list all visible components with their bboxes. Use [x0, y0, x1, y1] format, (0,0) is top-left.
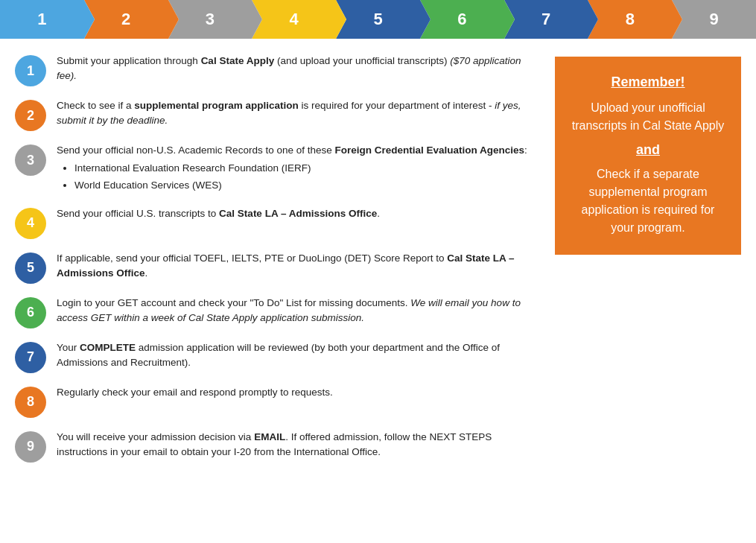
sidebar-reminder-box: Remember! Upload your unofficial transcr… [555, 57, 741, 255]
step-text-3: Send your official non-U.S. Academic Rec… [57, 143, 540, 194]
banner-step-5: 5 [336, 0, 420, 39]
step-item-9: 9 You will receive your admission decisi… [15, 430, 540, 463]
banner-step-3: 3 [168, 0, 252, 39]
step-circle-4: 4 [15, 208, 46, 239]
step-circle-6: 6 [15, 297, 46, 328]
steps-list: 1 Submit your application through Cal St… [15, 54, 540, 463]
step-text-2: Check to see if a supplemental program a… [57, 98, 540, 129]
step-3-bullets: International Evaluation Research Founda… [74, 161, 540, 193]
sidebar-title: Remember! [611, 74, 684, 90]
banner-step-2: 2 [84, 0, 168, 39]
banner-step-8: 8 [588, 0, 672, 39]
banner-step-6: 6 [420, 0, 504, 39]
step-circle-1: 1 [15, 55, 46, 86]
banner-step-4: 4 [252, 0, 336, 39]
sidebar-body2: Check if a separate supplemental program… [582, 165, 715, 237]
step-item-5: 5 If applicable, send your official TOEF… [15, 251, 540, 284]
sidebar-line5: application is required for [582, 203, 715, 216]
step-text-5: If applicable, send your official TOEFL,… [57, 251, 540, 282]
sidebar-line2: transcripts in Cal State Apply [572, 119, 725, 132]
banner-step-9: 9 [672, 0, 756, 39]
step-text-8: Regularly check your email and respond p… [57, 385, 540, 400]
step-circle-8: 8 [15, 387, 46, 418]
step-text-1: Submit your application through Cal Stat… [57, 54, 540, 84]
bullet-ierf: International Evaluation Research Founda… [74, 161, 540, 176]
step-item-4: 4 Send your official U.S. transcripts to… [15, 206, 540, 239]
step-item-2: 2 Check to see if a supplemental program… [15, 98, 540, 131]
step-item-8: 8 Regularly check your email and respond… [15, 385, 540, 418]
sidebar-line1: Upload your unofficial [591, 101, 705, 114]
sidebar-line6: your program. [611, 221, 685, 234]
step-item-3: 3 Send your official non-U.S. Academic R… [15, 143, 540, 194]
step-circle-5: 5 [15, 253, 46, 284]
banner-step-7: 7 [504, 0, 588, 39]
step-circle-7: 7 [15, 342, 46, 373]
step-item-6: 6 Login to your GET account and check yo… [15, 296, 540, 328]
step-circle-2: 2 [15, 100, 46, 131]
step-text-9: You will receive your admission decision… [57, 430, 540, 460]
banner-step-1: 1 [0, 0, 84, 39]
bullet-wes: World Education Services (WES) [74, 178, 540, 193]
sidebar-body: Upload your unofficial transcripts in Ca… [572, 99, 725, 135]
step-item-7: 7 Your COMPLETE admission application wi… [15, 340, 540, 373]
step-item-1: 1 Submit your application through Cal St… [15, 54, 540, 86]
step-text-6: Login to your GET account and check your… [57, 296, 540, 326]
step-text-7: Your COMPLETE admission application will… [57, 340, 540, 371]
sidebar-line4: supplemental program [588, 185, 707, 198]
step-banner: 1 2 3 4 5 6 7 8 9 [0, 0, 756, 39]
sidebar-and: and [636, 142, 660, 158]
main-content: 1 Submit your application through Cal St… [0, 39, 756, 477]
step-circle-3: 3 [15, 145, 46, 176]
step-circle-9: 9 [15, 431, 46, 463]
sidebar-line3: Check if a separate [597, 168, 699, 180]
step-text-4: Send your official U.S. transcripts to C… [57, 206, 540, 221]
